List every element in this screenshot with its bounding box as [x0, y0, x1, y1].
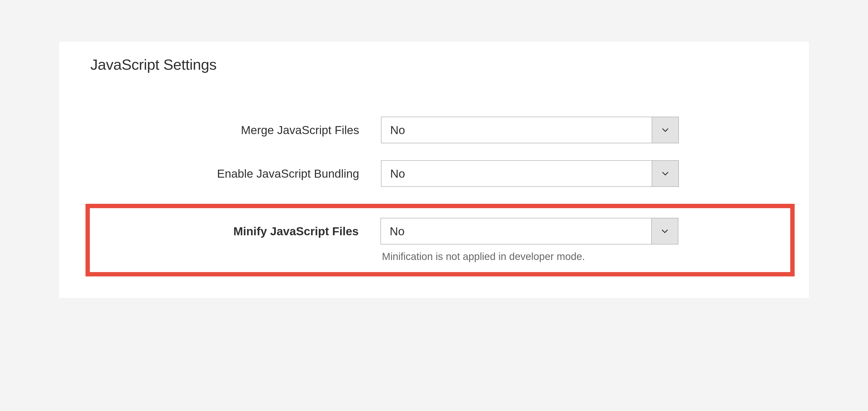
highlighted-setting: Minify JavaScript Files No Minification …	[86, 204, 795, 277]
merge-js-select[interactable]: No	[381, 117, 679, 143]
bundling-row: Enable JavaScript Bundling No	[90, 160, 785, 187]
chevron-down-icon	[652, 161, 678, 186]
minify-control: No Minification is not applied in develo…	[380, 218, 678, 262]
merge-js-value: No	[381, 123, 652, 137]
bundling-select[interactable]: No	[381, 160, 679, 187]
chevron-down-icon	[652, 117, 678, 143]
bundling-label: Enable JavaScript Bundling	[90, 160, 381, 180]
merge-js-row: Merge JavaScript Files No	[90, 117, 785, 143]
chevron-down-icon	[651, 218, 678, 244]
minify-label: Minify JavaScript Files	[95, 218, 380, 238]
section-title: JavaScript Settings	[90, 56, 785, 73]
minify-row: Minify JavaScript Files No Minification …	[95, 218, 781, 262]
minify-value: No	[381, 225, 651, 238]
merge-js-label: Merge JavaScript Files	[90, 117, 381, 137]
merge-js-control: No	[381, 117, 679, 143]
settings-panel: JavaScript Settings Merge JavaScript Fil…	[59, 41, 809, 298]
minify-helper-text: Minification is not applied in developer…	[380, 251, 678, 262]
bundling-value: No	[381, 167, 652, 180]
bundling-control: No	[381, 160, 679, 187]
minify-select[interactable]: No	[380, 218, 678, 245]
